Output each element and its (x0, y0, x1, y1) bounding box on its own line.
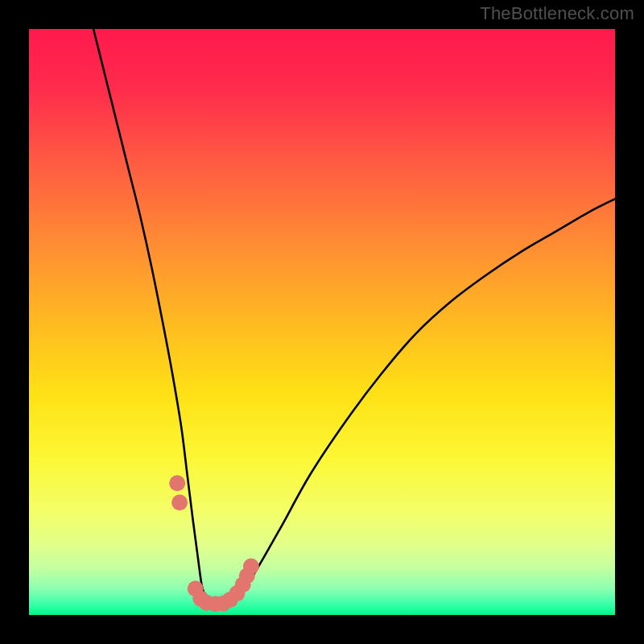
chart-frame: TheBottleneck.com (0, 0, 644, 644)
watermark-label: TheBottleneck.com (480, 3, 634, 24)
accent-dot (243, 559, 259, 575)
plot-area (29, 29, 615, 615)
accent-dot (171, 494, 188, 510)
accent-dot (169, 475, 185, 491)
bottleneck-curve (93, 29, 615, 606)
curve-layer (29, 29, 615, 615)
accent-blobs (169, 475, 259, 612)
